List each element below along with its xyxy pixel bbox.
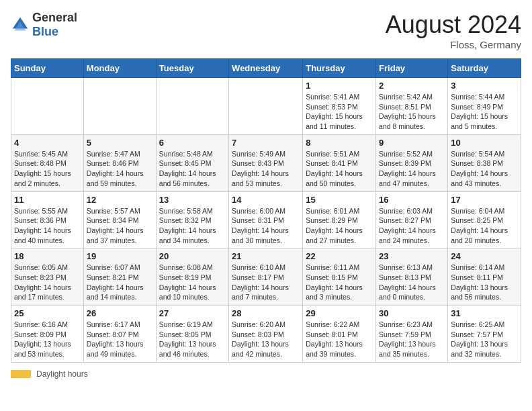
day-cell: 8Sunrise: 5:51 AM Sunset: 8:41 PM Daylig… (303, 134, 376, 191)
logo: General Blue (11, 11, 77, 39)
day-info: Sunrise: 6:25 AM Sunset: 7:57 PM Dayligh… (451, 320, 518, 359)
header-cell-tuesday: Tuesday (156, 59, 228, 78)
calendar-header: SundayMondayTuesdayWednesdayThursdayFrid… (11, 59, 521, 78)
day-number: 12 (87, 195, 153, 205)
day-info: Sunrise: 6:03 AM Sunset: 8:27 PM Dayligh… (379, 206, 445, 246)
day-number: 9 (379, 138, 445, 148)
day-number: 24 (451, 251, 518, 261)
header-cell-sunday: Sunday (11, 59, 84, 78)
day-info: Sunrise: 6:05 AM Sunset: 8:23 PM Dayligh… (14, 263, 81, 302)
day-number: 15 (306, 195, 373, 205)
day-cell: 28Sunrise: 6:20 AM Sunset: 8:03 PM Dayli… (229, 306, 303, 363)
day-info: Sunrise: 6:16 AM Sunset: 8:09 PM Dayligh… (14, 320, 81, 359)
day-info: Sunrise: 5:52 AM Sunset: 8:39 PM Dayligh… (379, 149, 445, 189)
header-cell-friday: Friday (376, 59, 448, 78)
day-info: Sunrise: 5:55 AM Sunset: 8:36 PM Dayligh… (14, 206, 81, 246)
day-info: Sunrise: 6:10 AM Sunset: 8:17 PM Dayligh… (232, 263, 300, 302)
day-number: 8 (306, 138, 373, 148)
day-number: 30 (379, 308, 445, 318)
title-area: August 2024 Floss, Germany (386, 11, 521, 50)
day-number: 29 (306, 308, 373, 318)
calendar-body: 1Sunrise: 5:41 AM Sunset: 8:53 PM Daylig… (11, 78, 521, 363)
day-cell: 24Sunrise: 6:14 AM Sunset: 8:11 PM Dayli… (448, 248, 521, 306)
day-number: 31 (451, 308, 518, 318)
location-subtitle: Floss, Germany (386, 39, 521, 50)
header-cell-thursday: Thursday (303, 59, 376, 78)
day-number: 14 (232, 195, 300, 205)
day-info: Sunrise: 6:19 AM Sunset: 8:05 PM Dayligh… (159, 320, 226, 359)
day-info: Sunrise: 5:47 AM Sunset: 8:46 PM Dayligh… (87, 149, 153, 189)
day-number: 19 (87, 251, 153, 261)
day-number: 10 (451, 138, 518, 148)
week-row-2: 4Sunrise: 5:45 AM Sunset: 8:48 PM Daylig… (11, 134, 521, 191)
day-info: Sunrise: 6:20 AM Sunset: 8:03 PM Dayligh… (232, 320, 300, 359)
week-row-3: 11Sunrise: 5:55 AM Sunset: 8:36 PM Dayli… (11, 191, 521, 248)
day-cell: 30Sunrise: 6:23 AM Sunset: 7:59 PM Dayli… (376, 306, 448, 363)
day-cell: 21Sunrise: 6:10 AM Sunset: 8:17 PM Dayli… (229, 248, 303, 306)
day-cell: 18Sunrise: 6:05 AM Sunset: 8:23 PM Dayli… (11, 248, 84, 306)
day-cell: 12Sunrise: 5:57 AM Sunset: 8:34 PM Dayli… (83, 191, 156, 248)
day-info: Sunrise: 6:01 AM Sunset: 8:29 PM Dayligh… (306, 206, 373, 246)
day-cell: 16Sunrise: 6:03 AM Sunset: 8:27 PM Dayli… (376, 191, 448, 248)
header-cell-monday: Monday (83, 59, 156, 78)
day-number: 17 (451, 195, 518, 205)
day-info: Sunrise: 5:45 AM Sunset: 8:48 PM Dayligh… (14, 149, 81, 189)
day-cell: 23Sunrise: 6:13 AM Sunset: 8:13 PM Dayli… (376, 248, 448, 306)
day-number: 23 (379, 251, 445, 261)
day-number: 6 (159, 138, 226, 148)
day-number: 20 (159, 251, 226, 261)
day-cell (156, 78, 228, 135)
day-cell: 10Sunrise: 5:54 AM Sunset: 8:38 PM Dayli… (448, 134, 521, 191)
week-row-5: 25Sunrise: 6:16 AM Sunset: 8:09 PM Dayli… (11, 306, 521, 363)
day-number: 2 (379, 81, 445, 91)
day-number: 22 (306, 251, 373, 261)
day-info: Sunrise: 6:11 AM Sunset: 8:15 PM Dayligh… (306, 263, 373, 302)
day-number: 11 (14, 195, 81, 205)
daylight-bar-icon (11, 370, 31, 378)
day-number: 1 (306, 81, 373, 91)
header-cell-saturday: Saturday (448, 59, 521, 78)
day-cell (11, 78, 84, 135)
daylight-label: Daylight hours (36, 369, 88, 379)
day-number: 5 (87, 138, 153, 148)
week-row-4: 18Sunrise: 6:05 AM Sunset: 8:23 PM Dayli… (11, 248, 521, 306)
week-row-1: 1Sunrise: 5:41 AM Sunset: 8:53 PM Daylig… (11, 78, 521, 135)
day-info: Sunrise: 5:49 AM Sunset: 8:43 PM Dayligh… (232, 149, 300, 189)
day-cell: 5Sunrise: 5:47 AM Sunset: 8:46 PM Daylig… (83, 134, 156, 191)
day-info: Sunrise: 5:58 AM Sunset: 8:32 PM Dayligh… (159, 206, 226, 246)
day-number: 21 (232, 251, 300, 261)
day-cell (83, 78, 156, 135)
day-info: Sunrise: 5:42 AM Sunset: 8:51 PM Dayligh… (379, 92, 445, 132)
day-number: 26 (87, 308, 153, 318)
month-year-title: August 2024 (386, 11, 521, 39)
day-cell: 27Sunrise: 6:19 AM Sunset: 8:05 PM Dayli… (156, 306, 228, 363)
logo-icon (11, 15, 30, 34)
day-info: Sunrise: 6:08 AM Sunset: 8:19 PM Dayligh… (159, 263, 226, 302)
calendar-table: SundayMondayTuesdayWednesdayThursdayFrid… (11, 58, 521, 363)
logo-text-general: General (32, 11, 77, 24)
day-info: Sunrise: 6:17 AM Sunset: 8:07 PM Dayligh… (87, 320, 153, 359)
day-info: Sunrise: 6:13 AM Sunset: 8:13 PM Dayligh… (379, 263, 445, 302)
day-cell: 7Sunrise: 5:49 AM Sunset: 8:43 PM Daylig… (229, 134, 303, 191)
page-header: General Blue August 2024 Floss, Germany (11, 11, 521, 50)
day-number: 28 (232, 308, 300, 318)
day-cell: 11Sunrise: 5:55 AM Sunset: 8:36 PM Dayli… (11, 191, 84, 248)
day-number: 3 (451, 81, 518, 91)
day-cell: 29Sunrise: 6:22 AM Sunset: 8:01 PM Dayli… (303, 306, 376, 363)
day-number: 16 (379, 195, 445, 205)
day-number: 25 (14, 308, 81, 318)
day-info: Sunrise: 6:00 AM Sunset: 8:31 PM Dayligh… (232, 206, 300, 246)
day-cell: 4Sunrise: 5:45 AM Sunset: 8:48 PM Daylig… (11, 134, 84, 191)
day-cell: 2Sunrise: 5:42 AM Sunset: 8:51 PM Daylig… (376, 78, 448, 135)
day-number: 18 (14, 251, 81, 261)
day-info: Sunrise: 5:51 AM Sunset: 8:41 PM Dayligh… (306, 149, 373, 189)
day-cell (229, 78, 303, 135)
day-cell: 17Sunrise: 6:04 AM Sunset: 8:25 PM Dayli… (448, 191, 521, 248)
day-cell: 25Sunrise: 6:16 AM Sunset: 8:09 PM Dayli… (11, 306, 84, 363)
day-number: 7 (232, 138, 300, 148)
day-cell: 13Sunrise: 5:58 AM Sunset: 8:32 PM Dayli… (156, 191, 228, 248)
day-cell: 31Sunrise: 6:25 AM Sunset: 7:57 PM Dayli… (448, 306, 521, 363)
header-cell-wednesday: Wednesday (229, 59, 303, 78)
day-number: 27 (159, 308, 226, 318)
day-cell: 9Sunrise: 5:52 AM Sunset: 8:39 PM Daylig… (376, 134, 448, 191)
